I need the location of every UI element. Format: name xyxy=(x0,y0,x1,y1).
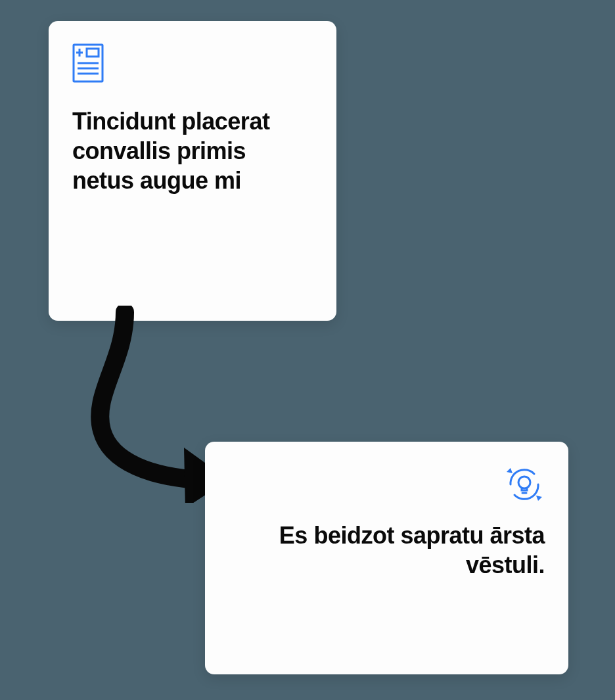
medical-document-icon xyxy=(72,43,313,84)
source-card: Tincidunt placerat convallis primis netu… xyxy=(49,21,336,321)
svg-point-5 xyxy=(518,477,530,488)
result-card: Es beidzot sapratu ārsta vēstuli. xyxy=(205,442,568,674)
result-card-title: Es beidzot sapratu ārsta vēstuli. xyxy=(229,521,545,580)
svg-rect-1 xyxy=(87,49,99,57)
idea-refresh-icon xyxy=(229,464,545,505)
source-card-title: Tincidunt placerat convallis primis netu… xyxy=(72,106,313,195)
